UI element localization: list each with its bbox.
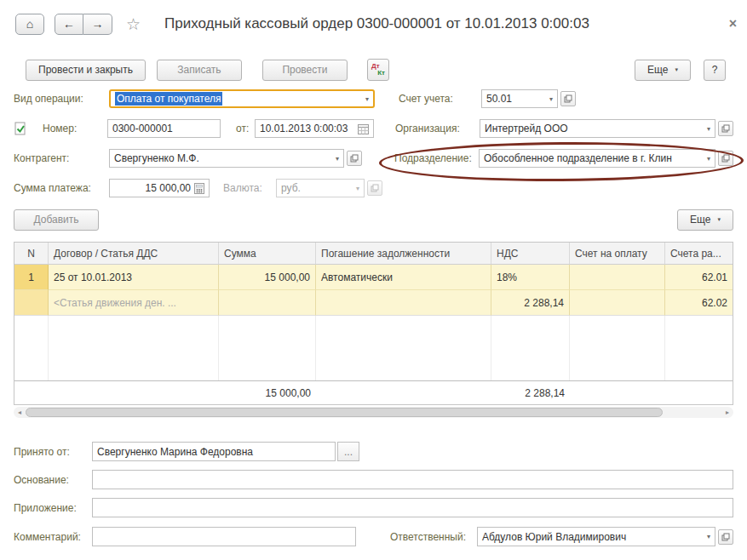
received-from-field[interactable] [92,442,336,461]
date-input[interactable] [260,123,354,134]
attachment-field[interactable] [92,498,733,517]
number-input[interactable] [112,123,215,134]
table-header-row: N Договор / Статья ДДС Сумма Погашение з… [14,243,733,265]
amount-input[interactable] [114,182,191,194]
scroll-right-icon[interactable]: ▸ [721,409,733,416]
items-more-button[interactable]: Еще ▾ [677,209,733,231]
scrollbar-thumb[interactable] [26,408,663,417]
currency-label: Валюта: [223,182,276,194]
cell-invoice[interactable] [570,265,665,290]
currency-select: руб. ▾ [276,179,365,197]
forward-button[interactable]: → [83,14,112,35]
received-from-label: Принято от: [14,446,92,458]
comment-field[interactable] [92,527,356,546]
document-status-icon [14,122,27,135]
amount-field[interactable] [109,179,210,197]
cell-vat-amount[interactable]: 2 288,14 [491,290,570,316]
account-select[interactable]: 50.01 ▾ [481,89,558,108]
cell-cashflow-item[interactable]: <Статья движения ден. ... [49,290,219,316]
open-link-icon [721,533,730,541]
show-postings-button[interactable]: Дт Кт [367,59,389,81]
favorite-star-icon[interactable]: ☆ [126,14,141,34]
column-header-n[interactable]: N [14,243,49,265]
column-header-invoice[interactable]: Счет на оплату [570,243,665,265]
basis-field[interactable] [92,470,733,489]
open-link-icon [721,124,730,133]
table-totals-row: 15 000,00 2 288,14 [14,380,733,404]
back-icon: ← [63,17,75,31]
counterparty-label: Контрагент: [14,152,109,164]
basis-input[interactable] [97,474,728,486]
amount-label: Сумма платежа: [14,182,109,194]
responsible-select[interactable]: Абдулов Юрий Владимирович ▾ [477,527,715,546]
help-button[interactable]: ? [704,60,726,81]
number-field[interactable] [107,119,221,138]
cell-repayment[interactable] [316,290,491,316]
organization-select[interactable]: Интертрейд ООО ▾ [480,119,715,138]
division-select[interactable]: Обособленное подразделение в г. Клин ▾ [479,149,715,168]
received-from-browse-button[interactable]: ... [337,442,359,461]
post-button[interactable]: Провести [262,60,348,81]
date-field[interactable] [255,119,374,138]
attachment-input[interactable] [97,502,728,514]
calculator-icon[interactable] [194,183,204,194]
column-header-settlement[interactable]: Счета ра... [665,243,733,265]
table-row[interactable]: <Статья движения ден. ... 2 288,14 62.02 [14,290,733,316]
cash-receipt-order-window: ⌂ ← → ☆ Приходный кассовый ордер 0300-00… [0,0,747,560]
chevron-down-icon[interactable]: ▾ [360,95,369,103]
items-table: N Договор / Статья ДДС Сумма Погашение з… [14,242,733,405]
table-row[interactable]: 1 25 от 10.01.2013 15 000,00 Автоматичес… [14,265,733,290]
comment-label: Комментарий: [14,531,92,543]
cell-settlement-account[interactable]: 62.01 [665,265,733,290]
responsible-open-button[interactable] [718,529,733,545]
organization-label: Организация: [395,123,480,134]
home-button[interactable]: ⌂ [15,14,44,35]
cell-sum[interactable]: 15 000,00 [219,265,316,290]
chevron-down-icon[interactable]: ▾ [544,95,553,103]
save-button[interactable]: Записать [157,60,242,81]
column-header-contract[interactable]: Договор / Статья ДДС [49,243,219,265]
column-header-repayment[interactable]: Погашение задолженности [316,243,491,265]
operation-select[interactable]: Оплата от покупателя ▾ [109,89,375,108]
counterparty-value: Свергуненко М.Ф. [114,152,199,164]
cell-row-number[interactable] [14,290,49,316]
chevron-down-icon[interactable]: ▾ [702,533,710,540]
cell-sum[interactable] [219,290,316,316]
chevron-down-icon: ▾ [675,66,678,73]
account-open-button[interactable] [560,91,576,106]
total-vat: 2 288,14 [491,381,570,404]
chevron-down-icon[interactable]: ▾ [702,155,710,163]
cell-row-number[interactable]: 1 [14,265,49,290]
chevron-down-icon[interactable]: ▾ [330,155,339,163]
cell-invoice[interactable] [570,290,665,316]
more-actions-button[interactable]: Еще ▾ [635,60,691,81]
scroll-left-icon[interactable]: ◂ [14,409,26,416]
close-icon[interactable]: × [729,16,737,31]
cell-contract[interactable]: 25 от 10.01.2013 [49,265,219,290]
add-row-button[interactable]: Добавить [14,209,99,231]
back-button[interactable]: ← [55,14,83,35]
column-header-vat[interactable]: НДС [491,243,570,265]
counterparty-select[interactable]: Свергуненко М.Ф. ▾ [109,149,344,168]
history-nav: ← → [55,14,112,35]
calendar-icon[interactable] [358,123,369,134]
counterparty-open-button[interactable] [347,151,362,166]
post-and-close-button[interactable]: Провести и закрыть [26,60,146,81]
forward-icon: → [92,17,104,31]
organization-open-button[interactable] [718,121,733,136]
basis-label: Основание: [14,474,92,486]
home-icon: ⌂ [26,17,33,31]
horizontal-scrollbar[interactable]: ◂ ▸ [14,407,733,418]
division-open-button[interactable] [718,151,733,166]
chevron-down-icon[interactable]: ▾ [702,125,710,133]
cell-settlement-account[interactable]: 62.02 [665,290,733,316]
comment-input[interactable] [97,531,351,543]
date-label: от: [236,123,255,134]
division-value: Обособленное подразделение в г. Клин [484,152,672,164]
received-from-input[interactable] [97,446,330,458]
open-link-icon [721,154,730,163]
cell-repayment[interactable]: Автоматически [316,265,491,290]
page-title: Приходный кассовый ордер 0300-000001 от … [164,15,589,32]
cell-vat-rate[interactable]: 18% [491,265,570,290]
column-header-sum[interactable]: Сумма [219,243,316,265]
